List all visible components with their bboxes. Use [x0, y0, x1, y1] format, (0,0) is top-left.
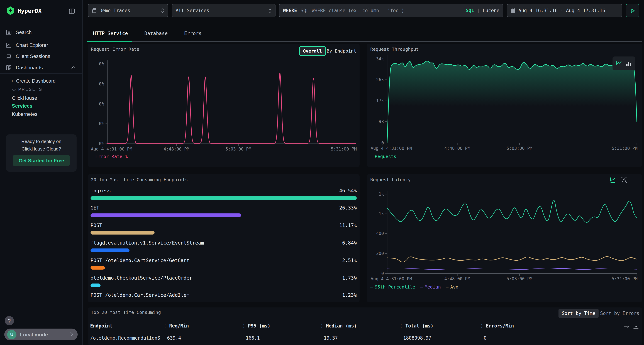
drag-handle-icon[interactable]: ⋮ [480, 323, 484, 329]
svg-text:1k: 1k [379, 192, 384, 197]
endpoint-bar [90, 213, 241, 217]
endpoint-item[interactable]: flagd.evaluation.v1.Service/EventStream … [90, 240, 357, 246]
play-icon [630, 8, 634, 13]
logo[interactable]: HyperDX [6, 6, 42, 15]
help-button[interactable]: ? [5, 316, 14, 325]
sidebar-item-services[interactable]: Services [12, 103, 32, 109]
sidebar-item-dashboards[interactable]: Dashboards [0, 62, 82, 73]
user-menu[interactable]: U Local mode [4, 329, 78, 340]
endpoint-item[interactable]: oteldemo.CheckoutService/PlaceOrder 1.73… [90, 275, 357, 281]
column-header-total[interactable]: ⋮ Total (ms) [399, 323, 434, 329]
sort-by-time-button[interactable]: Sort by Time [558, 309, 598, 318]
create-dashboard-button[interactable]: + Create Dashboard [16, 78, 56, 84]
legend-dash: — [370, 154, 373, 159]
endpoints-table-panel: Top 20 Most Time Consuming Sort by Time … [88, 308, 642, 345]
top-endpoints-panel: 20 Top Most Time Consuming Endpoints ing… [88, 174, 360, 302]
sidebar-collapse-icon[interactable] [69, 8, 75, 14]
svg-text:4:48:00 PM: 4:48:00 PM [444, 146, 470, 151]
column-header-endpoint[interactable]: Endpoint [90, 323, 112, 329]
column-header-errors-min[interactable]: ⋮ Errors/Min [480, 323, 514, 329]
cell-total: 1808098.97 [403, 335, 431, 341]
sort-by-errors-button[interactable]: Sort by Errors [600, 309, 639, 318]
legend-dash: — [420, 284, 423, 290]
sidebar-item-client-sessions[interactable]: Client Sessions [0, 51, 82, 61]
cell-endpoint[interactable]: /oteldemo.RecommendationServ [90, 335, 160, 341]
promo-text: ClickHouse Cloud? [6, 146, 76, 152]
tab-database[interactable]: Database [138, 26, 174, 41]
plus-icon: + [11, 78, 14, 84]
legend-dash: — [446, 284, 448, 290]
endpoint-bar [90, 284, 100, 287]
chart-line-icon [6, 42, 12, 48]
drag-handle-icon[interactable]: ⋮ [242, 323, 246, 329]
endpoint-label: ingress [90, 188, 111, 194]
tab-http-service[interactable]: HTTP Service [87, 26, 134, 41]
sql-mode-toggle[interactable]: SQL [466, 8, 474, 13]
promo-text: Ready to deploy on [6, 139, 76, 144]
svg-text:34k: 34k [376, 56, 384, 61]
topbar: Demo Traces All Services WHERE SQL | Luc… [88, 4, 639, 16]
search-logs-icon [6, 29, 12, 35]
endpoint-item[interactable]: ingress 46.54% [90, 188, 357, 194]
column-header-median[interactable]: ⋮ Median (ms) [320, 323, 357, 329]
endpoint-item[interactable]: POST 11.17% [90, 222, 357, 229]
tab-errors[interactable]: Errors [178, 26, 208, 41]
legend-label: Median [425, 284, 441, 290]
sidebar-item-label: Search [16, 29, 32, 35]
bar-chart-type-icon[interactable] [626, 60, 632, 66]
user-mode-label: Local mode [20, 332, 48, 337]
where-input[interactable] [300, 7, 463, 13]
endpoint-value: 6.84% [342, 240, 357, 246]
endpoint-item[interactable]: POST /oteldemo.CartService/AddItem 1.23% [90, 292, 357, 299]
sidebar-divider [0, 38, 82, 38]
drag-handle-icon[interactable]: ⋮ [399, 323, 404, 329]
svg-text:9k: 9k [379, 119, 384, 124]
dataset-select[interactable]: Demo Traces [88, 4, 168, 17]
where-clause-box: WHERE SQL | Lucene [279, 4, 504, 17]
svg-text:0%: 0% [99, 81, 104, 86]
sidebar-item-clickhouse[interactable]: ClickHouse [12, 95, 37, 101]
legend-label: Requests [375, 154, 396, 159]
lucene-mode-toggle[interactable]: Lucene [483, 8, 500, 13]
column-header-req-min[interactable]: ⋮ Req/Min [163, 323, 189, 329]
presets-label: PRESETS [18, 87, 42, 91]
endpoint-value: 46.54% [339, 188, 357, 194]
cell-req-min: 639.4 [167, 335, 181, 341]
time-range-picker[interactable]: Aug 4 16:31:16 - Aug 4 17:31:16 [507, 4, 622, 17]
endpoint-item[interactable]: POST /oteldemo.CartService/GetCart 2.51% [90, 257, 357, 264]
drag-handle-icon[interactable]: ⋮ [320, 323, 324, 329]
error-rate-chart: 0%0%0%0%0%Aug 4 4:31:00 PM4:48:00 PM5:03… [88, 44, 360, 167]
active-tab-indicator [87, 41, 132, 42]
download-icon[interactable] [633, 324, 639, 329]
sidebar-item-chart-explorer[interactable]: Chart Explorer [0, 40, 82, 50]
endpoint-bar [90, 249, 130, 252]
svg-text:5:31:00 PM: 5:31:00 PM [331, 147, 357, 152]
endpoint-value: 1.23% [342, 292, 357, 299]
legend-dash: — [370, 284, 373, 290]
line-chart-type-icon[interactable] [616, 60, 622, 66]
run-query-button[interactable] [626, 4, 639, 17]
panel-title: 20 Top Most Time Consuming Endpoints [91, 177, 188, 182]
get-started-button[interactable]: Get Started for Free [13, 155, 70, 166]
chart-legend: — Error Rate % [91, 154, 128, 159]
sidebar-item-label: Chart Explorer [16, 42, 48, 48]
endpoint-value: 2.51% [342, 257, 357, 264]
panel-title: Top 20 Most Time Consuming [91, 310, 161, 315]
svg-text:5:31:00 PM: 5:31:00 PM [612, 276, 638, 281]
sidebar-item-search[interactable]: Search [0, 27, 82, 37]
latency-chart: 1k1k4002000Aug 4 4:31:00 PM4:48:00 PM5:0… [367, 174, 642, 298]
wrap-lines-icon[interactable] [623, 324, 629, 329]
endpoint-item[interactable]: GET 26.33% [90, 205, 357, 211]
sidebar-item-kubernetes[interactable]: Kubernetes [12, 111, 38, 117]
clickhouse-cloud-promo: Ready to deploy on ClickHouse Cloud? Get… [6, 134, 76, 172]
svg-text:Aug 4 4:31:00 PM: Aug 4 4:31:00 PM [371, 276, 412, 281]
svg-text:5:03:00 PM: 5:03:00 PM [226, 147, 251, 152]
drag-handle-icon[interactable]: ⋮ [163, 323, 168, 329]
dashboards-grid-icon [6, 65, 12, 70]
chart-legend: — 95th Percentile — Median — Avg [370, 284, 458, 290]
svg-text:5:31:00 PM: 5:31:00 PM [612, 146, 638, 151]
app-root: HyperDX Search Chart Explorer [0, 0, 644, 345]
column-header-p95[interactable]: ⋮ P95 (ms) [242, 323, 270, 329]
service-select[interactable]: All Services [172, 4, 276, 17]
endpoint-label: POST /oteldemo.CartService/GetCart [90, 257, 190, 264]
